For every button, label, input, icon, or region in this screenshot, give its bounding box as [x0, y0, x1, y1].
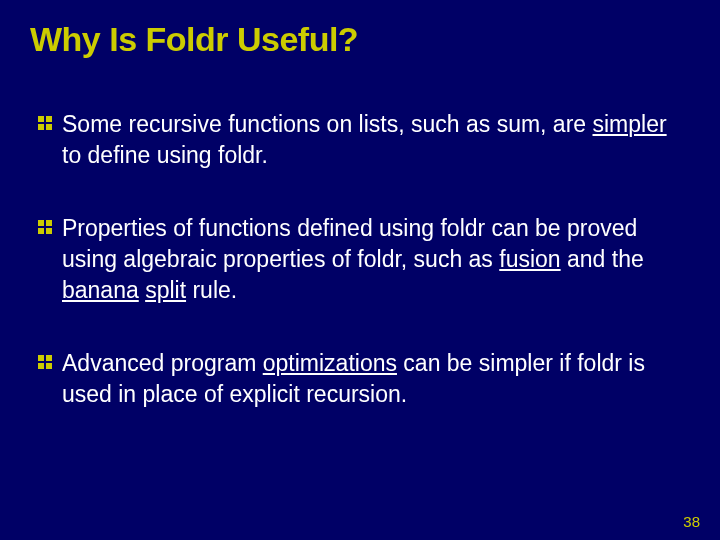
slide-title: Why Is Foldr Useful?: [30, 20, 690, 59]
bullet-item: Advanced program optimizations can be si…: [38, 348, 690, 410]
page-number: 38: [683, 513, 700, 530]
svg-rect-1: [46, 116, 52, 122]
bullet-icon: [38, 109, 58, 130]
svg-rect-3: [46, 124, 52, 130]
bullet-item: Some recursive functions on lists, such …: [38, 109, 690, 171]
bullet-text: Some recursive functions on lists, such …: [62, 109, 690, 171]
svg-rect-5: [46, 220, 52, 226]
svg-rect-9: [46, 355, 52, 361]
slide: Why Is Foldr Useful? Some recursive func…: [0, 0, 720, 540]
svg-rect-6: [38, 228, 44, 234]
bullet-icon: [38, 213, 58, 234]
svg-rect-11: [46, 363, 52, 369]
svg-rect-10: [38, 363, 44, 369]
bullet-item: Properties of functions defined using fo…: [38, 213, 690, 306]
bullet-text: Properties of functions defined using fo…: [62, 213, 690, 306]
svg-rect-7: [46, 228, 52, 234]
bullet-list: Some recursive functions on lists, such …: [30, 109, 690, 410]
svg-rect-0: [38, 116, 44, 122]
svg-rect-8: [38, 355, 44, 361]
svg-rect-2: [38, 124, 44, 130]
svg-rect-4: [38, 220, 44, 226]
bullet-icon: [38, 348, 58, 369]
bullet-text: Advanced program optimizations can be si…: [62, 348, 690, 410]
